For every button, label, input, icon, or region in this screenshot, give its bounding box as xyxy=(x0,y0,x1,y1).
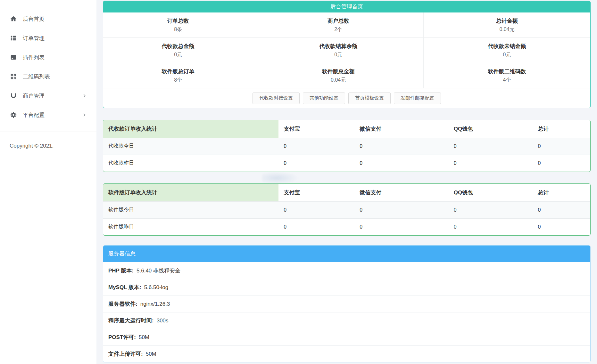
cell-value: 0 xyxy=(354,201,448,218)
row-label: 软件版今日 xyxy=(103,201,278,218)
sidebar-item-label: 后台首页 xyxy=(23,15,45,23)
merchant-magnet-icon xyxy=(10,92,17,100)
stat-collection-unsettled: 代收款未结金额 0元 xyxy=(424,38,590,63)
table-title-cell: 软件版订单收入统计 xyxy=(103,184,278,201)
column-header-total: 总计 xyxy=(533,184,590,201)
table-row: 代收款昨日 0 0 0 0 xyxy=(103,155,590,172)
column-header-total: 总计 xyxy=(533,120,590,138)
sidebar-item-orders[interactable]: 订单管理 xyxy=(0,28,96,48)
cell-value: 0 xyxy=(278,155,354,172)
stats-grid: 订单总数 8条 商户总数 2个 总计金额 0.04元 代收款总金额 0元 代收款… xyxy=(103,12,590,88)
sidebar-item-platform-config[interactable]: 平台配置 xyxy=(0,105,96,125)
sidebar-item-label: 插件列表 xyxy=(23,54,45,61)
cell-value: 0 xyxy=(533,138,590,155)
software-income-table: 软件版订单收入统计 支付宝 微信支付 QQ钱包 总计 软件版今日 0 0 0 0… xyxy=(103,184,590,235)
sidebar-item-label: 二维码列表 xyxy=(23,73,50,80)
stat-collection-total: 代收款总金额 0元 xyxy=(103,38,253,63)
column-header-alipay: 支付宝 xyxy=(278,184,354,201)
sidebar-item-label: 订单管理 xyxy=(23,35,45,42)
server-info-row-upload-limit: 文件上传许可: 50M xyxy=(103,345,590,362)
stat-total-orders: 订单总数 8条 xyxy=(103,12,253,38)
config-button-row: 代收款对接设置 其他功能设置 首页模板设置 发邮件邮箱配置 xyxy=(103,88,590,108)
cell-value: 0 xyxy=(278,201,354,218)
sidebar-item-label: 商户管理 xyxy=(23,92,45,100)
column-header-qq-wallet: QQ钱包 xyxy=(449,184,533,201)
cell-value: 0 xyxy=(278,138,354,155)
cell-value: 0 xyxy=(449,155,533,172)
table-row: 代收款今日 0 0 0 0 xyxy=(103,138,590,155)
server-info-row-mysql: MySQL 版本: 5.6.50-log xyxy=(103,279,590,295)
home-icon xyxy=(10,15,17,23)
cell-value: 0 xyxy=(354,218,448,235)
stat-total-merchants: 商户总数 2个 xyxy=(253,12,424,38)
server-info-panel: 服务器信息 PHP 版本: 5.6.40 非线程安全 MySQL 版本: 5.6… xyxy=(103,245,591,362)
cell-value: 0 xyxy=(449,138,533,155)
software-income-panel: 软件版订单收入统计 支付宝 微信支付 QQ钱包 总计 软件版今日 0 0 0 0… xyxy=(103,183,591,236)
overview-panel-title: 后台管理首页 xyxy=(103,1,590,12)
collection-api-settings-button[interactable]: 代收款对接设置 xyxy=(253,93,300,104)
order-list-icon xyxy=(10,34,17,42)
server-info-row-post-limit: POST许可: 50M xyxy=(103,329,590,345)
table-title-cell: 代收款订单收入统计 xyxy=(103,120,278,138)
cell-value: 0 xyxy=(449,218,533,235)
stat-software-orders: 软件版总订单 8个 xyxy=(103,63,253,88)
sidebar-item-merchants[interactable]: 商户管理 xyxy=(0,86,96,105)
stat-software-qrcodes: 软件版二维码数 4个 xyxy=(424,63,590,88)
stat-software-amount: 软件版总金额 0.04元 xyxy=(253,63,424,88)
table-row: 软件版昨日 0 0 0 0 xyxy=(103,218,590,235)
plugin-icon xyxy=(10,53,17,61)
server-info-row-max-exec-time: 程序最大运行时间: 300s xyxy=(103,312,590,329)
cell-value: 0 xyxy=(278,218,354,235)
column-header-alipay: 支付宝 xyxy=(278,120,354,138)
server-info-row-php: PHP 版本: 5.6.40 非线程安全 xyxy=(103,262,590,279)
cell-value: 0 xyxy=(449,201,533,218)
homepage-template-settings-button[interactable]: 首页模板设置 xyxy=(348,93,391,104)
server-info-row-server-software: 服务器软件: nginx/1.26.3 xyxy=(103,295,590,312)
overview-panel: 后台管理首页 订单总数 8条 商户总数 2个 总计金额 0.04元 代收款总金额… xyxy=(103,1,591,108)
collection-income-panel: 代收款订单收入统计 支付宝 微信支付 QQ钱包 总计 代收款今日 0 0 0 0… xyxy=(103,120,591,172)
qrcode-icon xyxy=(10,73,17,80)
column-header-wechat: 微信支付 xyxy=(354,184,448,201)
stat-total-amount: 总计金额 0.04元 xyxy=(424,12,590,38)
collection-income-table: 代收款订单收入统计 支付宝 微信支付 QQ钱包 总计 代收款今日 0 0 0 0… xyxy=(103,120,590,172)
column-header-wechat: 微信支付 xyxy=(354,120,448,138)
main-content: 后台管理首页 订单总数 8条 商户总数 2个 总计金额 0.04元 代收款总金额… xyxy=(96,0,597,364)
sidebar-item-label: 平台配置 xyxy=(23,111,45,119)
row-label: 代收款昨日 xyxy=(103,155,278,172)
cell-value: 0 xyxy=(354,138,448,155)
chevron-right-icon xyxy=(83,94,86,98)
column-header-qq-wallet: QQ钱包 xyxy=(449,120,533,138)
cell-value: 0 xyxy=(533,201,590,218)
row-label: 软件版昨日 xyxy=(103,218,278,235)
sidebar-item-home[interactable]: 后台首页 xyxy=(0,9,96,28)
sidebar-nav: 后台首页 订单管理 插件列表 xyxy=(0,6,96,125)
row-label: 代收款今日 xyxy=(103,138,278,155)
table-header-row: 代收款订单收入统计 支付宝 微信支付 QQ钱包 总计 xyxy=(103,120,590,138)
sidebar-item-plugins[interactable]: 插件列表 xyxy=(0,48,96,67)
sidebar-item-qrcodes[interactable]: 二维码列表 xyxy=(0,67,96,86)
chevron-right-icon xyxy=(83,113,86,117)
server-info-title: 服务器信息 xyxy=(103,246,590,262)
table-header-row: 软件版订单收入统计 支付宝 微信支付 QQ钱包 总计 xyxy=(103,184,590,201)
stat-collection-settled-balance: 代收款结算余额 0元 xyxy=(253,38,424,63)
gear-icon xyxy=(10,111,17,119)
cell-value: 0 xyxy=(533,155,590,172)
table-row: 软件版今日 0 0 0 0 xyxy=(103,201,590,218)
cell-value: 0 xyxy=(354,155,448,172)
other-function-settings-button[interactable]: 其他功能设置 xyxy=(303,93,345,104)
sidebar: 后台首页 订单管理 插件列表 xyxy=(0,0,96,364)
email-config-button[interactable]: 发邮件邮箱配置 xyxy=(394,93,441,104)
copyright-text: Copyright © 2021. xyxy=(0,132,96,149)
cell-value: 0 xyxy=(533,218,590,235)
